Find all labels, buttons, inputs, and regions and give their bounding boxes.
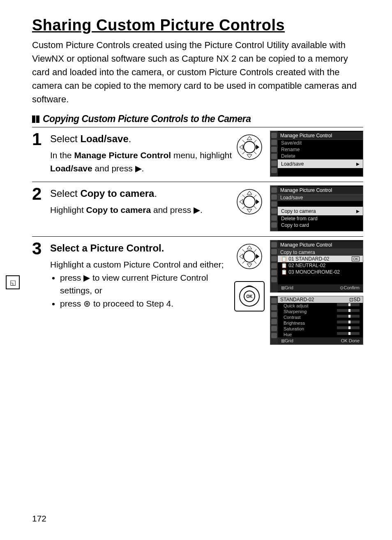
svg-marker-24 [247,246,252,249]
divider [32,182,363,182]
step-number: 2 [32,185,50,231]
bullet-item: press ⊛ to proceed to Step 4. [60,297,233,310]
svg-line-29 [254,261,256,263]
svg-marker-23 [240,254,243,259]
svg-marker-22 [256,254,259,259]
lcd-setting-row: Hue [284,332,292,337]
svg-point-21 [244,251,255,262]
lcd-foot-right: ⊙Confirm [340,285,360,291]
svg-line-17 [254,195,256,197]
svg-point-1 [244,141,255,153]
lcd-setting-row: Contrast [284,315,301,320]
svg-line-28 [242,261,245,263]
step-number: 1 [32,131,50,177]
lcd-screenshot-1: Manage Picture Control Save/edit Rename … [270,131,363,177]
divider [32,127,363,127]
section-subhead: Copying Custom Picture Controls to the C… [32,113,363,125]
svg-marker-14 [247,191,252,194]
lcd-menu-item: 📋 02 NEUTRAL-02 [278,262,363,269]
bullet-list: press ▶ to view current Picture Control … [50,271,233,310]
step-title: Select Copy to camera. [50,188,233,199]
svg-line-8 [242,152,245,154]
svg-marker-25 [247,264,252,267]
svg-marker-4 [247,136,252,140]
lcd-setting-row: Saturation [284,326,304,331]
svg-line-6 [242,140,245,143]
step-title: Select Load/save. [50,133,233,145]
lcd-foot-left: ⊞Grid [281,338,293,344]
ok-button-graphic: OK [234,281,265,312]
lcd-foot-left: ⊞Grid [281,285,293,291]
lcd-menu-item-highlighted: Load/save▸ [278,159,363,168]
lcd-menu-item: Rename [278,146,363,153]
lcd-menu-item-highlighted: 📋 01 STANDARD-02OK [278,256,363,262]
lcd-foot-right: OK Done [341,338,360,344]
page-title: Sharing Custom Picture Controls [32,16,363,34]
lcd-settings-title: STANDARD-02 [280,297,314,302]
lcd-menu-item-highlighted: Copy to camera▸ [278,207,363,215]
svg-line-19 [254,206,256,209]
svg-line-7 [254,140,256,143]
page-number: 172 [32,514,46,524]
lcd-setting-row: Sharpening [284,309,307,314]
lcd-setting-row: Quick adjust [284,303,309,308]
step-3: 3 Select a Picture Control. Highlight a … [32,240,363,345]
lcd-title: Manage Picture Control [278,187,363,194]
svg-marker-2 [256,145,259,150]
svg-marker-3 [240,145,243,150]
subhead-bars-icon [32,114,40,125]
lcd-title: Manage Picture Control [278,132,363,140]
lcd-menu-item: Save/edit [278,140,363,146]
lcd-sidebar-icons [270,240,278,292]
svg-marker-12 [256,199,259,204]
lcd-menu-item: Delete from card [278,215,363,222]
lcd-screenshot-4: STANDARD-02 ⊡SD Quick adjust Sharpening … [270,296,363,345]
divider [32,236,363,237]
lcd-setting-row: Brightness [284,321,305,325]
bullet-item: press ▶ to view current Picture Control … [60,271,233,297]
lcd-menu-item: Delete [278,153,363,159]
lcd-subtitle: Load/save [278,194,363,201]
lcd-sidebar-icons [270,131,278,176]
intro-paragraph: Custom Picture Controls created using th… [32,38,363,106]
multi-selector-right-icon [233,240,266,273]
lcd-settings-badge: ⊡SD [349,297,360,302]
step-2: 2 Select Copy to camera. Highlight Copy … [32,185,363,231]
svg-line-16 [242,195,245,197]
svg-point-11 [244,196,255,208]
svg-marker-15 [247,209,252,212]
side-tab-icon: ◱ [6,275,20,289]
lcd-sidebar-icons [270,186,278,231]
step-description: Highlight Copy to camera and press ▶. [50,203,233,217]
svg-marker-13 [240,199,243,204]
lcd-screenshot-3: Manage Picture Control Copy to camera 📋 … [270,240,363,293]
multi-selector-right-icon [233,131,266,164]
lcd-title: Manage Picture Control [278,241,363,249]
step-1: 1 Select Load/save. In the Manage Pictur… [32,131,363,177]
lcd-subtitle: Copy to camera [278,249,363,256]
multi-selector-right-icon [233,185,266,218]
lcd-sidebar-icons [270,296,278,344]
svg-line-26 [242,249,245,252]
svg-line-27 [254,249,256,252]
svg-marker-5 [247,155,252,158]
step-number: 3 [32,240,50,345]
svg-text:OK: OK [247,294,253,299]
lcd-screenshot-2: Manage Picture Control Load/save Copy to… [270,185,363,231]
lcd-menu-item: Copy to card [278,222,363,228]
lcd-menu-item: 📋 03 MONOCHROME-02 [278,269,363,275]
step-title: Select a Picture Control. [50,242,233,254]
step-description: In the Manage Picture Control menu, high… [50,149,233,175]
step-description: Highlight a custom Picture Control and e… [50,258,233,271]
svg-line-9 [254,152,256,154]
svg-line-18 [242,206,245,209]
